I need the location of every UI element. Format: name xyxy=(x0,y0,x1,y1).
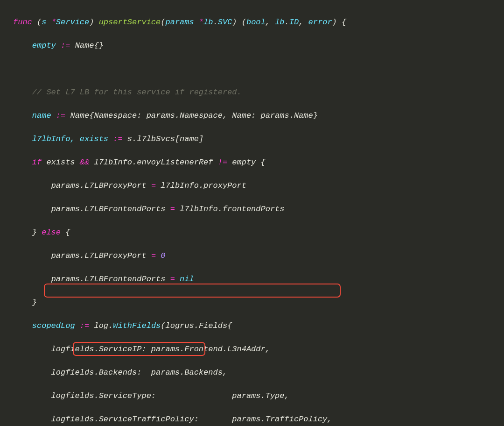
line-11: params.L7LBProxyPort = 0 xyxy=(13,250,504,262)
line-8: params.L7LBProxyPort = l7lbInfo.proxyPor… xyxy=(13,180,504,192)
line-1: func (s *Service) upsertService(params *… xyxy=(13,16,504,28)
line-13: } xyxy=(13,297,504,308)
line-10: } else { xyxy=(13,227,504,238)
keyword-func: func xyxy=(13,18,32,27)
line-5: name := Name{Namespace: params.Namespace… xyxy=(13,110,504,121)
code-block: func (s *Service) upsertService(params *… xyxy=(0,0,504,426)
line-14: scopedLog := log.WithFields(logrus.Field… xyxy=(13,320,504,332)
line-9: params.L7LBFrontendPorts = l7lbInfo.fron… xyxy=(13,203,504,215)
field-line: logfields.ServiceType: params.Type, xyxy=(13,390,504,402)
field-line: logfields.Backends: params.Backends, xyxy=(13,367,504,378)
line-2: empty := Name{} xyxy=(13,40,504,51)
field-line: logfields.ServiceTrafficPolicy: params.T… xyxy=(13,413,504,425)
line-4: // Set L7 LB for this service if registe… xyxy=(13,86,504,98)
line-6: l7lbInfo, exists := s.l7lbSvcs[name] xyxy=(13,133,504,145)
comment: // Set L7 LB for this service if registe… xyxy=(32,88,242,97)
line-12: params.L7LBFrontendPorts = nil xyxy=(13,273,504,285)
field-line: logfields.ServiceIP: params.Frontend.L3n… xyxy=(13,343,504,355)
line-3 xyxy=(13,63,504,75)
highlight-box-1 xyxy=(44,284,341,298)
line-7: if exists && l7lbInfo.envoyListenerRef !… xyxy=(13,156,504,168)
function-name: upsertService xyxy=(99,18,161,27)
